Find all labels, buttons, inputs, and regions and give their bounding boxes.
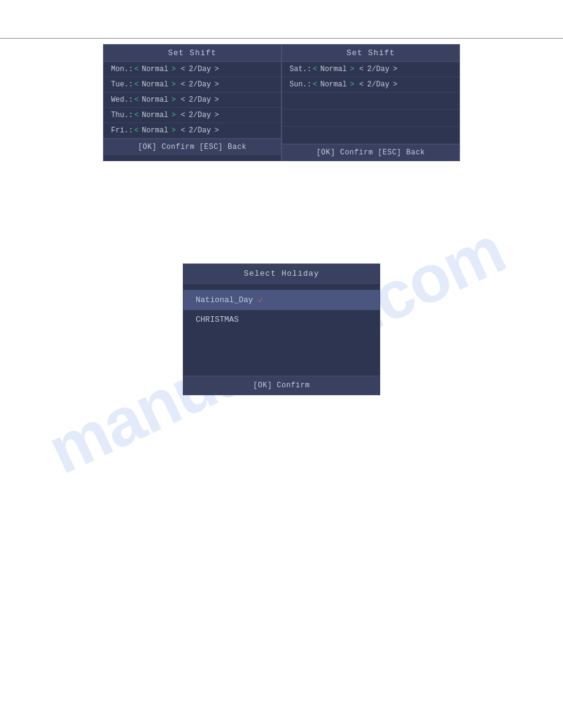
shift-left-arrow-wed[interactable]: < [134,96,139,104]
shift-row-empty-2 [282,110,459,127]
shift-right-arrow-fri[interactable]: > [171,126,175,135]
shift-divider-fri: < [181,126,185,135]
top-separator [0,38,563,39]
shift-left-arrow-mon[interactable]: < [134,65,139,74]
shift-value-wed: Normal [142,96,168,104]
shift-value-mon: Normal [142,65,168,74]
shift-nav-fri[interactable]: > [215,126,219,135]
shift-panel-left-footer: [OK] Confirm [ESC] Back [104,138,281,155]
shift-divider-sun: < [359,80,364,89]
shift-value-sat: Normal [320,65,347,74]
holiday-dialog-title: Select Holiday [183,264,380,284]
holiday-dialog-footer[interactable]: [OK] Confirm [183,376,380,395]
shift-nav-mon[interactable]: > [215,65,219,74]
shift-daycount-sat: 2/Day [367,65,389,74]
shift-daycount-mon: 2/Day [189,65,211,74]
shift-day-mon: Mon.: [111,65,134,74]
shift-value-sun: Normal [320,80,347,89]
shift-value-thu: Normal [142,111,168,119]
shift-day-sun: Sun.: [289,80,313,89]
shift-row-empty-3 [282,127,459,144]
holiday-item-national-day[interactable]: National_Day ✓ [183,290,380,310]
shift-daycount-sun: 2/Day [367,80,389,89]
shift-right-arrow-sun[interactable]: > [350,80,354,89]
shift-nav-thu[interactable]: > [215,111,219,119]
shift-divider-wed: < [181,96,185,104]
shift-daycount-tue: 2/Day [189,80,211,89]
shift-left-arrow-tue[interactable]: < [134,80,139,89]
shift-panels-container: Set Shift Mon.: < Normal > < 2/Day > Tue… [103,44,460,161]
shift-row-sun: Sun.: < Normal > < 2/Day > [282,77,459,93]
shift-nav-sat[interactable]: > [393,65,397,74]
shift-daycount-fri: 2/Day [189,126,211,135]
shift-right-arrow-tue[interactable]: > [171,80,175,89]
holiday-list: National_Day ✓ CHRISTMAS [183,284,380,376]
shift-left-arrow-sat[interactable]: < [313,65,317,74]
shift-day-sat: Sat.: [289,65,313,74]
shift-left-arrow-sun[interactable]: < [313,80,317,89]
shift-row-wed: Wed.: < Normal > < 2/Day > [104,93,281,108]
shift-value-fri: Normal [142,126,168,135]
shift-day-tue: Tue.: [111,80,134,89]
shift-left-arrow-thu[interactable]: < [134,111,139,119]
shift-row-sat: Sat.: < Normal > < 2/Day > [282,62,459,77]
holiday-item-christmas-label: CHRISTMAS [196,315,239,324]
shift-row-thu: Thu.: < Normal > < 2/Day > [104,108,281,123]
shift-nav-wed[interactable]: > [215,96,219,104]
shift-panel-left: Set Shift Mon.: < Normal > < 2/Day > Tue… [103,44,282,161]
shift-panel-right-title: Set Shift [282,45,459,62]
shift-panel-left-title: Set Shift [104,45,281,62]
shift-divider-mon: < [181,65,185,74]
shift-panel-right-footer: [OK] Confirm [ESC] Back [282,144,459,161]
shift-row-mon: Mon.: < Normal > < 2/Day > [104,62,281,77]
shift-divider-tue: < [181,80,185,89]
shift-right-arrow-mon[interactable]: > [171,65,175,74]
shift-divider-sat: < [359,65,364,74]
shift-panel-right: Set Shift Sat.: < Normal > < 2/Day > Sun… [282,44,460,161]
shift-left-arrow-fri[interactable]: < [134,126,139,135]
holiday-item-christmas[interactable]: CHRISTMAS [183,310,380,329]
shift-row-tue: Tue.: < Normal > < 2/Day > [104,77,281,93]
checkmark-icon: ✓ [258,295,263,305]
shift-nav-tue[interactable]: > [215,80,219,89]
shift-right-arrow-sat[interactable]: > [350,65,354,74]
shift-divider-thu: < [181,111,185,119]
shift-row-fri: Fri.: < Normal > < 2/Day > [104,123,281,138]
shift-right-arrow-thu[interactable]: > [171,111,175,119]
shift-daycount-wed: 2/Day [189,96,211,104]
shift-day-thu: Thu.: [111,111,134,119]
shift-nav-sun[interactable]: > [393,80,397,89]
shift-day-wed: Wed.: [111,96,134,104]
shift-right-arrow-wed[interactable]: > [171,96,175,104]
holiday-item-national-day-label: National_Day [196,295,253,305]
shift-day-fri: Fri.: [111,126,134,135]
shift-row-empty-1 [282,93,459,110]
shift-daycount-thu: 2/Day [189,111,211,119]
holiday-dialog: Select Holiday National_Day ✓ CHRISTMAS … [183,264,380,395]
shift-value-tue: Normal [142,80,168,89]
